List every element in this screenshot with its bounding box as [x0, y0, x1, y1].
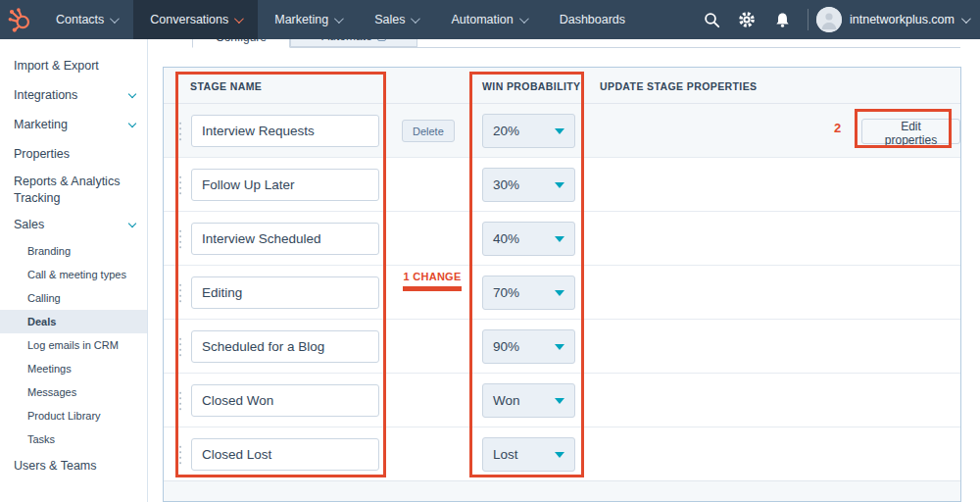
nav-divider — [808, 9, 808, 30]
win-probability-dropdown[interactable]: Lost — [482, 437, 575, 472]
column-header-update-stage-properties: UPDATE STAGE PROPERTIES — [600, 80, 758, 92]
sidebar-item-log-emails-in-crm[interactable]: Log emails in CRM — [0, 333, 147, 357]
table-header-row: STAGE NAME WIN PROBABILITY UPDATE STAGE … — [164, 68, 960, 104]
nav-item-label: Contacts — [56, 13, 104, 26]
chevron-down-icon — [234, 14, 244, 24]
sidebar-item-properties[interactable]: Properties — [0, 139, 147, 169]
dropdown-value: 40% — [493, 231, 519, 246]
drag-handle-icon[interactable] — [174, 336, 182, 358]
win-probability-dropdown[interactable]: 90% — [482, 329, 575, 364]
chevron-down-icon — [411, 14, 420, 24]
table-row: 30% — [164, 158, 960, 212]
nav-item-label: Dashboards — [560, 13, 625, 26]
gear-icon[interactable] — [729, 0, 764, 39]
sidebar-item-label: Reports & Analytics Tracking — [14, 175, 120, 205]
dropdown-value: Lost — [493, 447, 518, 462]
chevron-down-icon — [110, 14, 120, 24]
sidebar-item-reports-analytics[interactable]: Reports & Analytics Tracking — [0, 169, 147, 210]
sidebar-item-sales[interactable]: Sales — [0, 210, 147, 239]
nav-right-cluster: intnetworkplus.com — [694, 0, 980, 39]
nav-item-marketing[interactable]: Marketing — [258, 0, 358, 39]
dropdown-value: 90% — [493, 339, 519, 354]
nav-item-label: Marketing — [274, 13, 328, 26]
hubspot-logo-icon[interactable] — [0, 0, 39, 39]
sidebar-item-branding[interactable]: Branding — [0, 239, 147, 263]
stage-name-input[interactable] — [191, 115, 379, 147]
dropdown-value: 20% — [493, 124, 519, 138]
sidebar-item-call-meeting-types[interactable]: Call & meeting types — [0, 263, 147, 286]
sidebar-item-import-export[interactable]: Import & Export — [0, 51, 147, 80]
table-row: 90% — [164, 320, 960, 374]
drag-handle-icon[interactable] — [174, 390, 182, 412]
search-icon[interactable] — [694, 0, 729, 39]
win-probability-dropdown[interactable]: 40% — [482, 222, 575, 256]
sidebar-item-label: Sales — [14, 210, 44, 239]
sidebar-item-tasks[interactable]: Tasks — [0, 427, 147, 451]
caret-down-icon — [555, 290, 564, 296]
drag-handle-icon[interactable] — [174, 228, 182, 250]
caret-down-icon — [555, 182, 564, 188]
chevron-down-icon — [334, 14, 344, 24]
deal-stages-card: STAGE NAME WIN PROBABILITY UPDATE STAGE … — [163, 67, 961, 502]
account-menu[interactable]: intnetworkplus.com — [850, 13, 968, 26]
nav-item-sales[interactable]: Sales — [358, 0, 434, 39]
sidebar-item-label: Integrations — [14, 80, 77, 110]
win-probability-dropdown[interactable]: 30% — [482, 168, 575, 202]
nav-item-dashboards[interactable]: Dashboards — [543, 0, 642, 39]
dropdown-value: Won — [493, 393, 520, 408]
caret-down-icon — [555, 398, 564, 404]
card-footer — [164, 480, 960, 501]
nav-item-contacts[interactable]: Contacts — [39, 0, 133, 39]
sidebar-item-product-library[interactable]: Product Library — [0, 404, 147, 427]
delete-button[interactable]: Delete — [402, 120, 455, 142]
sidebar-item-label: Users & Teams — [14, 451, 97, 480]
sidebar-item-meetings[interactable]: Meetings — [0, 357, 147, 380]
chevron-down-icon — [961, 14, 971, 24]
sidebar-item-calling[interactable]: Calling — [0, 286, 147, 310]
caret-down-icon — [555, 452, 564, 458]
account-domain-label: intnetworkplus.com — [850, 13, 955, 26]
stage-name-input[interactable] — [191, 169, 379, 201]
stage-name-input[interactable] — [191, 438, 379, 471]
table-row: Won — [164, 374, 960, 427]
table-row: 40% — [164, 212, 960, 266]
bell-icon[interactable] — [764, 0, 800, 39]
table-row: Lost — [164, 427, 960, 481]
drag-handle-icon[interactable] — [174, 282, 182, 304]
drag-handle-icon[interactable] — [174, 121, 182, 142]
chevron-down-icon — [128, 219, 136, 226]
dropdown-value: 70% — [493, 285, 519, 300]
stage-name-input[interactable] — [191, 276, 379, 309]
edit-properties-button[interactable]: Edit properties — [861, 119, 960, 144]
nav-item-automation[interactable]: Automation — [434, 0, 542, 39]
sidebar-item-label: Marketing — [14, 110, 68, 139]
stage-name-input[interactable] — [191, 223, 379, 255]
nav-item-conversations[interactable]: Conversations — [133, 0, 258, 39]
column-header-stage-name: STAGE NAME — [190, 80, 262, 92]
tabstrip-divider — [192, 47, 960, 48]
win-probability-dropdown[interactable]: Won — [482, 383, 575, 418]
avatar[interactable] — [816, 7, 842, 32]
nav-item-label: Sales — [374, 13, 405, 26]
sidebar-item-marketing[interactable]: Marketing — [0, 110, 147, 139]
drag-handle-icon[interactable] — [174, 444, 182, 466]
win-probability-dropdown[interactable]: 20% — [482, 114, 575, 148]
settings-sidebar: Import & Export Integrations Marketing P… — [0, 39, 147, 502]
caret-down-icon — [555, 344, 564, 350]
chevron-down-icon — [128, 89, 136, 97]
stage-name-input[interactable] — [191, 330, 379, 363]
column-header-win-probability: WIN PROBABILITY — [482, 80, 581, 92]
sidebar-item-integrations[interactable]: Integrations — [0, 80, 147, 110]
nav-item-label: Conversations — [150, 13, 228, 26]
top-nav: Contacts Conversations Marketing Sales A… — [0, 0, 980, 39]
win-probability-dropdown[interactable]: 70% — [482, 276, 575, 310]
chevron-down-icon — [519, 14, 529, 24]
sidebar-item-messages[interactable]: Messages — [0, 380, 147, 404]
caret-down-icon — [555, 236, 564, 242]
stage-name-input[interactable] — [191, 384, 379, 417]
sidebar-item-users-teams[interactable]: Users & Teams — [0, 451, 147, 480]
caret-down-icon — [555, 128, 564, 134]
drag-handle-icon[interactable] — [174, 175, 182, 196]
table-row: 70% — [164, 266, 960, 320]
sidebar-item-deals[interactable]: Deals — [0, 310, 147, 333]
